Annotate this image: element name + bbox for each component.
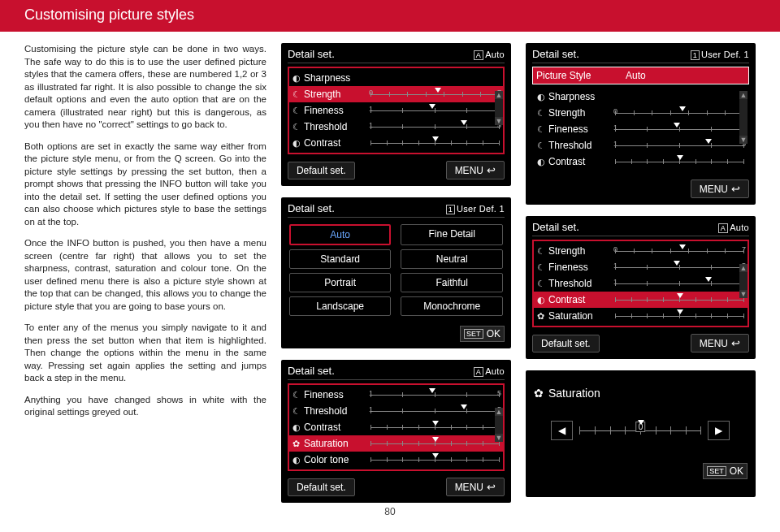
page-number: 80 bbox=[0, 506, 780, 517]
scroll-bar[interactable]: ▲▼ bbox=[495, 408, 503, 442]
camera-screen-saturation-editor: ✿ Saturation ◀ 0 ▶ SETOK bbox=[526, 370, 756, 497]
param-row-sharpness[interactable]: ◐Sharpness bbox=[534, 89, 748, 105]
style-option-fine-detail[interactable]: Fine Detail bbox=[401, 224, 503, 245]
param-row-threshold[interactable]: ☾Threshold 15 bbox=[534, 275, 748, 292]
screens-col-left: Detail set. AAuto ◐ Sharpness ☾ Strength… bbox=[281, 43, 511, 503]
article-paragraph: To enter any of the menus you simply nav… bbox=[24, 322, 266, 385]
param-row-contrast[interactable]: ◐Contrast bbox=[534, 154, 748, 170]
strength-icon: ☾ bbox=[292, 89, 304, 100]
fineness-icon: ☾ bbox=[292, 390, 304, 400]
param-row-fineness[interactable]: ☾ Fineness 15 bbox=[289, 387, 503, 403]
slider: 07 bbox=[370, 90, 500, 98]
menu-back-button[interactable]: MENU↩ bbox=[446, 478, 505, 496]
article-paragraph: Once the INFO button is pushed, you then… bbox=[24, 237, 266, 313]
article-paragraph: Anything you have changed shows in white… bbox=[24, 394, 266, 419]
param-row-picture-style[interactable]: Picture Style Auto bbox=[532, 67, 749, 84]
param-row-strength[interactable]: ☾Strength 07 bbox=[534, 105, 748, 121]
style-option-faithful[interactable]: Faithful bbox=[401, 273, 503, 292]
contrast-icon: ◐ bbox=[292, 422, 304, 433]
contrast-icon: ◐ bbox=[292, 138, 304, 149]
menu-back-button[interactable]: MENU↩ bbox=[691, 179, 749, 198]
default-set-button[interactable]: Default set. bbox=[532, 335, 600, 353]
param-row-fineness[interactable]: ☾Fineness 15 bbox=[534, 121, 748, 137]
scroll-bar[interactable]: ▲▼ bbox=[739, 91, 748, 144]
screen-title: Saturation bbox=[548, 387, 600, 400]
mode-indicator: AAuto bbox=[474, 50, 505, 59]
param-row-color-tone[interactable]: ◐ Color tone bbox=[289, 452, 503, 468]
param-row-strength[interactable]: ☾ Strength 07 bbox=[289, 86, 503, 102]
saturation-icon: ✿ bbox=[534, 387, 544, 400]
style-option-portrait[interactable]: Portrait bbox=[289, 273, 392, 292]
param-row-sharpness[interactable]: ◐ Sharpness bbox=[289, 70, 503, 86]
increase-button[interactable]: ▶ bbox=[708, 421, 730, 440]
screen-title: Detail set. bbox=[532, 221, 579, 233]
camera-screen-userdef-picture-style: Detail set. 1User Def. 1 Picture Style A… bbox=[526, 43, 756, 205]
screen-title: Detail set. bbox=[532, 48, 579, 60]
page-header: Customising picture styles bbox=[0, 0, 780, 32]
param-row-threshold[interactable]: ☾ Threshold 15 bbox=[289, 403, 503, 419]
article-paragraph: Customising the picture style can be don… bbox=[24, 43, 266, 132]
param-row-contrast[interactable]: ◐ Contrast bbox=[289, 419, 503, 435]
scroll-bar[interactable]: ▲▼ bbox=[495, 91, 503, 125]
style-option-monochrome[interactable]: Monochrome bbox=[401, 296, 503, 316]
screens-col-right: Detail set. 1User Def. 1 Picture Style A… bbox=[526, 43, 756, 503]
menu-back-button[interactable]: MENU↩ bbox=[691, 334, 749, 353]
param-row-threshold[interactable]: ☾ Threshold 15 bbox=[289, 119, 503, 135]
scroll-up-icon: ▲ bbox=[495, 91, 503, 99]
screen-title: Detail set. bbox=[288, 365, 335, 377]
return-icon: ↩ bbox=[487, 164, 496, 176]
default-set-button[interactable]: Default set. bbox=[288, 478, 355, 496]
mode-indicator: AAuto bbox=[474, 366, 505, 376]
param-row-strength[interactable]: ☾Strength 07 bbox=[534, 243, 748, 259]
mode-indicator: 1User Def. 1 bbox=[691, 50, 749, 59]
style-option-neutral[interactable]: Neutral bbox=[401, 249, 503, 269]
default-set-button[interactable]: Default set. bbox=[288, 162, 355, 179]
page-body: Customising the picture style can be don… bbox=[0, 32, 780, 503]
camera-screen-detail-auto-strength: Detail set. AAuto ◐ Sharpness ☾ Strength… bbox=[281, 43, 511, 186]
style-option-auto[interactable]: Auto bbox=[289, 224, 392, 245]
saturation-scale[interactable]: 0 bbox=[579, 424, 701, 437]
param-row-saturation[interactable]: ✿ Saturation bbox=[289, 435, 503, 452]
screen-title: Detail set. bbox=[288, 48, 335, 60]
fineness-icon: ☾ bbox=[292, 106, 304, 116]
article-column: Customising the picture style can be don… bbox=[24, 43, 266, 503]
param-row-contrast[interactable]: ◐Contrast bbox=[534, 292, 748, 308]
camera-screen-detail-auto-saturation: Detail set. AAuto ☾ Fineness 15 ☾ Thresh… bbox=[281, 360, 511, 503]
saturation-icon: ✿ bbox=[292, 439, 304, 449]
sharpness-icon: ◐ bbox=[292, 73, 304, 84]
set-ok-button[interactable]: SETOK bbox=[703, 463, 748, 479]
threshold-icon: ☾ bbox=[292, 406, 304, 417]
param-row-fineness[interactable]: ☾Fineness 15 bbox=[534, 259, 748, 275]
scroll-down-icon: ▼ bbox=[495, 117, 503, 125]
page-title: Customising picture styles bbox=[24, 6, 194, 23]
style-option-landscape[interactable]: Landscape bbox=[289, 296, 392, 316]
set-ok-button[interactable]: SETOK bbox=[460, 326, 505, 342]
decrease-button[interactable]: ◀ bbox=[551, 421, 573, 440]
param-row-contrast[interactable]: ◐ Contrast bbox=[289, 135, 503, 151]
threshold-icon: ☾ bbox=[292, 122, 304, 132]
mode-indicator: 1User Def. 1 bbox=[446, 204, 505, 214]
param-row-threshold[interactable]: ☾Threshold 15 bbox=[534, 137, 748, 154]
article-paragraph: Both options are set in exactly the same… bbox=[24, 141, 266, 229]
camera-screen-style-select: Detail set. 1User Def. 1 Auto Fine Detai… bbox=[281, 197, 511, 348]
param-row-saturation[interactable]: ✿Saturation bbox=[534, 308, 748, 324]
menu-back-button[interactable]: MENU↩ bbox=[446, 161, 505, 179]
style-option-standard[interactable]: Standard bbox=[289, 249, 392, 269]
param-row-fineness[interactable]: ☾ Fineness 15 bbox=[289, 102, 503, 119]
mode-indicator: AAuto bbox=[718, 223, 749, 232]
screen-title: Detail set. bbox=[288, 202, 335, 214]
scroll-bar[interactable]: ▲▼ bbox=[739, 264, 748, 298]
color-tone-icon: ◐ bbox=[292, 455, 304, 465]
camera-screen-detail-auto-contrast: Detail set. AAuto ☾Strength 07 ☾Fineness… bbox=[526, 216, 756, 359]
